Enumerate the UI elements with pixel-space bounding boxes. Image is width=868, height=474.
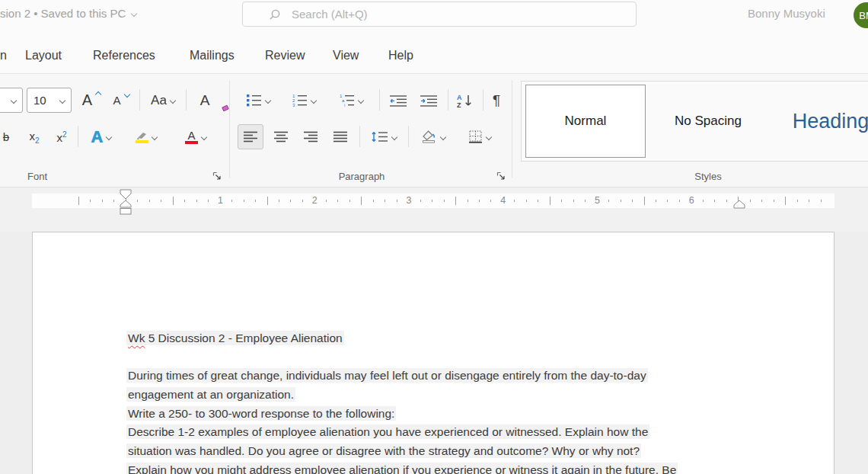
chevron-down-icon — [59, 97, 65, 103]
document-title[interactable]: sion 2 • Saved to this PC — [0, 7, 136, 20]
style-heading[interactable]: Heading — [770, 85, 868, 158]
blank-line[interactable] — [126, 348, 678, 367]
text-effects-icon: A — [91, 127, 104, 147]
svg-text:Z: Z — [457, 101, 461, 107]
svg-text:3: 3 — [292, 103, 295, 107]
document-heading-line[interactable]: Wk 5 Discussion 2 - Employee Alienation — [126, 329, 678, 348]
font-size-combo[interactable]: 10 — [27, 88, 72, 113]
sort-button[interactable]: A Z — [451, 88, 478, 113]
borders-button[interactable] — [458, 124, 501, 149]
line-spacing-icon — [372, 131, 388, 143]
tab-references[interactable]: References — [93, 49, 155, 62]
right-indent-marker[interactable] — [733, 200, 745, 209]
clear-formatting-button[interactable]: A — [189, 88, 221, 113]
font-color-button[interactable]: A — [174, 124, 218, 149]
decrease-indent-icon — [390, 94, 407, 107]
font-name-combo[interactable] — [0, 88, 23, 113]
justify-button[interactable] — [327, 124, 353, 149]
style-no-spacing[interactable]: No Spacing — [646, 85, 770, 158]
align-left-button[interactable] — [238, 124, 263, 149]
divider — [78, 126, 78, 147]
ruler-number: 2 — [309, 195, 321, 207]
clear-formatting-icon: A — [200, 92, 210, 109]
chevron-down-icon — [201, 133, 207, 139]
subscript-button[interactable]: x2 — [21, 124, 47, 149]
chevron-down-icon — [357, 97, 363, 103]
style-normal[interactable]: Normal — [525, 85, 646, 158]
tab-layout[interactable]: Layout — [25, 49, 62, 62]
align-center-icon — [274, 131, 289, 143]
svg-text:i: i — [344, 103, 345, 107]
tab-mailings[interactable]: Mailings — [190, 49, 235, 62]
change-case-button[interactable]: Aa — [143, 88, 183, 113]
text-highlight-color-button[interactable] — [124, 124, 168, 149]
shading-button[interactable] — [413, 124, 454, 149]
ruler-number: 4 — [497, 195, 509, 207]
ruler-number: 3 — [404, 195, 415, 207]
paragraph-dialog-launcher[interactable] — [496, 171, 506, 181]
chevron-down-icon — [264, 97, 270, 103]
font-size-value: 10 — [34, 94, 46, 107]
bullets-button[interactable] — [238, 88, 279, 113]
divider — [139, 89, 140, 110]
increase-indent-icon — [420, 94, 438, 107]
font-dialog-launcher[interactable] — [212, 171, 222, 181]
ribbon-tab-row: n Layout References Mailings Review View… — [0, 30, 868, 74]
bullets-icon — [247, 94, 262, 107]
search-input[interactable] — [292, 8, 581, 21]
user-name[interactable]: Bonny Musyoki — [748, 7, 825, 20]
increase-indent-button[interactable] — [414, 88, 443, 113]
heading-rest: 5 Discussion 2 - Employee Alienation — [145, 331, 342, 344]
align-right-button[interactable] — [298, 124, 324, 149]
tab-view[interactable]: View — [333, 49, 359, 62]
caret-up-icon — [95, 91, 101, 97]
search-box[interactable] — [242, 2, 637, 27]
body-line[interactable]: Explain how you might address employee a… — [126, 461, 678, 474]
shading-icon — [422, 130, 437, 143]
misspelled-word: Wk — [128, 331, 145, 344]
body-line[interactable]: During times of great change, individual… — [126, 367, 678, 386]
tab-help[interactable]: Help — [388, 49, 413, 62]
divider — [359, 126, 360, 147]
caret-down-icon — [123, 91, 129, 97]
align-center-button[interactable] — [268, 124, 294, 149]
ruler-number: 6 — [686, 195, 697, 207]
subscript-icon: x2 — [29, 130, 39, 145]
user-avatar[interactable]: BM — [854, 2, 868, 28]
chevron-down-icon — [106, 133, 112, 139]
align-left-icon — [244, 131, 258, 143]
first-line-indent-marker[interactable] — [120, 189, 132, 200]
align-right-icon — [304, 131, 318, 143]
tab-design-partial[interactable]: n — [0, 49, 7, 62]
superscript-button[interactable]: x2 — [49, 124, 75, 149]
superscript-icon: x2 — [56, 130, 66, 144]
text-effects-button[interactable]: A — [81, 124, 122, 149]
decrease-indent-button[interactable] — [384, 88, 413, 113]
body-line[interactable]: situation was handled. Do you agree or d… — [126, 442, 678, 461]
left-indent-marker[interactable] — [120, 208, 132, 215]
numbering-icon: 1 2 3 — [292, 94, 308, 107]
body-line[interactable]: Describe 1-2 examples of employee aliena… — [126, 423, 678, 442]
document-page[interactable]: Wk 5 Discussion 2 - Employee Alienation … — [32, 232, 834, 474]
line-spacing-button[interactable] — [364, 124, 404, 149]
ribbon: 10 A A Aa A b x2 x2 A — [0, 74, 868, 187]
numbering-button[interactable]: 1 2 3 — [283, 88, 324, 113]
eraser-icon — [222, 105, 229, 112]
grow-font-button[interactable]: A — [77, 88, 106, 113]
strikethrough-button[interactable]: b — [0, 124, 15, 149]
show-hide-marks-button[interactable]: ¶ — [486, 88, 507, 113]
hanging-indent-marker[interactable] — [120, 200, 132, 208]
body-line[interactable]: engagement at an organization. — [126, 386, 678, 405]
ruler-number: 5 — [592, 195, 603, 207]
body-line[interactable]: Write a 250- to 300-word response to the… — [126, 405, 678, 424]
highlight-color-bar — [136, 140, 148, 143]
chevron-down-icon — [391, 133, 397, 139]
multilevel-list-icon: 1 a i — [340, 94, 355, 107]
avatar-initials: BM — [859, 10, 868, 21]
shrink-font-button[interactable]: A — [107, 88, 135, 113]
divider — [408, 126, 409, 147]
multilevel-list-button[interactable]: 1 a i — [330, 88, 372, 113]
chevron-down-icon — [485, 133, 491, 139]
ruler[interactable]: 1 2 3 4 5 6 — [0, 187, 868, 232]
tab-review[interactable]: Review — [265, 49, 305, 62]
